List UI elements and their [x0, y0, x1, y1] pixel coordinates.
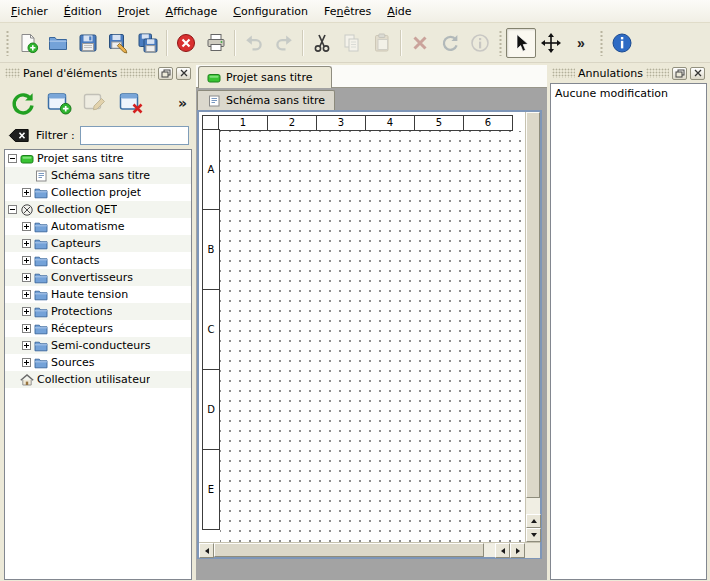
edit-element-icon [82, 90, 108, 116]
menu-configuration[interactable]: Configuration [225, 0, 316, 22]
close-dock-button[interactable] [176, 67, 191, 80]
save-button[interactable] [73, 28, 103, 58]
undo-button[interactable] [239, 28, 269, 58]
diagram-frame: 1 2 3 4 5 6 A B C [197, 110, 542, 559]
delete-button[interactable] [405, 28, 435, 58]
paste-button[interactable] [367, 28, 397, 58]
element-info-button[interactable] [465, 28, 495, 58]
toolbar-handle[interactable] [498, 30, 503, 56]
close-dock-button[interactable] [690, 67, 705, 80]
tab-projet-sans-titre[interactable]: Projet sans titre [198, 66, 332, 88]
resize-corner[interactable] [525, 543, 540, 558]
menu-fichier[interactable]: Fichier [3, 0, 56, 22]
vertical-scrollbar[interactable] [525, 112, 540, 542]
diagram-icon [34, 170, 48, 182]
horizontal-scroll-thumb[interactable] [214, 543, 484, 557]
toolbar-separator [302, 30, 304, 56]
clear-filter-button[interactable] [7, 127, 31, 144]
move-button[interactable] [536, 28, 566, 58]
arrow-left-icon [205, 548, 209, 554]
vertical-scroll-thumb[interactable] [526, 112, 540, 498]
elements-panel-titlebar[interactable]: Panel d'éléments [3, 65, 193, 81]
tree-item-contacts[interactable]: Contacts [5, 252, 191, 269]
tree-item-semi-conducteurs[interactable]: Semi-conducteurs [5, 337, 191, 354]
tree-item-convertisseurs[interactable]: Convertisseurs [5, 269, 191, 286]
delete-element-button[interactable] [115, 87, 147, 119]
toolbar-overflow-button[interactable]: » [566, 28, 596, 58]
expand-icon[interactable] [22, 324, 31, 333]
print-icon [205, 32, 227, 54]
vertical-scroll-track[interactable] [526, 112, 540, 514]
menu-affichage[interactable]: Affichage [158, 0, 226, 22]
expand-icon[interactable] [22, 188, 31, 197]
select-pointer-icon [510, 32, 532, 54]
diagram-canvas[interactable] [220, 131, 525, 542]
reload-collections-button[interactable] [7, 87, 39, 119]
expand-icon[interactable] [22, 290, 31, 299]
scroll-left-button[interactable] [199, 543, 214, 558]
scroll-up-button[interactable] [526, 514, 541, 528]
new-element-button[interactable] [43, 87, 75, 119]
tab-schema-sans-titre[interactable]: Schéma sans titre [197, 90, 335, 110]
scroll-left-button[interactable] [495, 543, 510, 558]
float-dock-button[interactable] [672, 67, 687, 80]
save-as-icon [107, 32, 129, 54]
tree-item-haute-tension[interactable]: Haute tension [5, 286, 191, 303]
tree-item-projet-sans-titre[interactable]: Projet sans titre [5, 150, 191, 167]
expand-icon[interactable] [22, 341, 31, 350]
undo-panel-titlebar[interactable]: Annulations [550, 65, 707, 81]
menu-projet[interactable]: Projet [110, 0, 158, 22]
tree-item-collection-utilisateur[interactable]: Collection utilisateur [5, 371, 191, 388]
collapse-icon[interactable] [8, 154, 17, 163]
select-pointer-button[interactable] [506, 28, 536, 58]
expand-icon[interactable] [22, 273, 31, 282]
filter-input[interactable] [80, 126, 189, 145]
dock-grip [646, 68, 669, 78]
column-label: 1 [218, 115, 268, 131]
horizontal-scroll-track[interactable] [214, 543, 495, 557]
save-all-button[interactable] [133, 28, 163, 58]
close-document-button[interactable] [171, 28, 201, 58]
panel-overflow-chevron-icon[interactable]: » [178, 96, 187, 110]
toolbar-handle[interactable] [599, 30, 604, 56]
scroll-right-button[interactable] [510, 543, 525, 558]
cut-button[interactable] [307, 28, 337, 58]
new-document-button[interactable] [13, 28, 43, 58]
redo-button[interactable] [269, 28, 299, 58]
edit-element-button[interactable] [79, 87, 111, 119]
tree-item-collection-projet[interactable]: Collection projet [5, 184, 191, 201]
collapse-icon[interactable] [8, 205, 17, 214]
expand-icon[interactable] [22, 222, 31, 231]
tree-item-protections[interactable]: Protections [5, 303, 191, 320]
elements-tree: Projet sans titre Schéma sans titre Coll… [4, 149, 192, 580]
elements-panel-title: Panel d'éléments [23, 67, 117, 80]
menu-aide[interactable]: Aide [379, 0, 419, 22]
delete-element-icon [118, 90, 144, 116]
expand-icon[interactable] [22, 307, 31, 316]
copy-icon [341, 32, 363, 54]
undo-history-item[interactable]: Aucune modification [552, 85, 705, 102]
scroll-down-button[interactable] [526, 528, 541, 542]
tree-item-collection-qet[interactable]: Collection QET [5, 201, 191, 218]
horizontal-scrollbar[interactable] [199, 543, 525, 557]
print-button[interactable] [201, 28, 231, 58]
undo-panel-dock: Annulations Aucune modification [550, 65, 707, 580]
help-button[interactable] [607, 28, 637, 58]
rotate-button[interactable] [435, 28, 465, 58]
copy-button[interactable] [337, 28, 367, 58]
tree-item-recepteurs[interactable]: Récepteurs [5, 320, 191, 337]
overflow-chevron-icon: » [577, 36, 585, 50]
expand-icon[interactable] [22, 239, 31, 248]
open-document-button[interactable] [43, 28, 73, 58]
tree-item-capteurs[interactable]: Capteurs [5, 235, 191, 252]
float-dock-button[interactable] [158, 67, 173, 80]
menu-fenetres[interactable]: Fenêtres [316, 0, 379, 22]
tree-item-sources[interactable]: Sources [5, 354, 191, 371]
toolbar-handle[interactable] [5, 30, 10, 56]
menu-edition[interactable]: Édition [56, 0, 110, 22]
expand-icon[interactable] [22, 358, 31, 367]
tree-item-schema-sans-titre[interactable]: Schéma sans titre [5, 167, 191, 184]
tree-item-automatisme[interactable]: Automatisme [5, 218, 191, 235]
expand-icon[interactable] [22, 256, 31, 265]
save-as-button[interactable] [103, 28, 133, 58]
